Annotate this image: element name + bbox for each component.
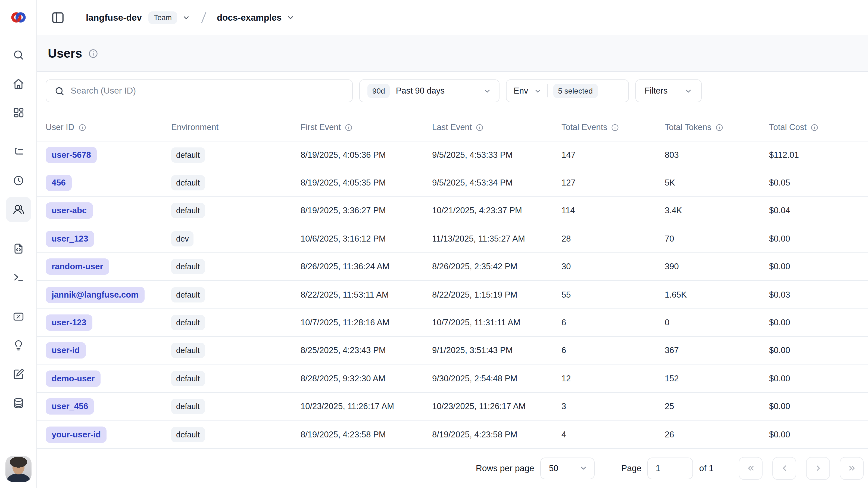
chevrons-right-icon (847, 464, 856, 473)
first-page-button[interactable] (739, 457, 763, 480)
user-avatar[interactable] (5, 456, 31, 482)
sidebar-item-sessions[interactable] (6, 168, 31, 193)
user-id-link[interactable]: demo-user (45, 371, 101, 387)
first-event-cell: 8/19/2025, 4:05:36 PM (292, 141, 424, 169)
info-icon[interactable] (715, 124, 723, 132)
chevron-down-icon (684, 87, 692, 95)
next-page-button[interactable] (806, 457, 830, 480)
rows-per-page-select[interactable]: 50 (540, 458, 595, 479)
first-event-cell: 8/19/2025, 4:05:35 PM (292, 169, 424, 197)
column-header-total-cost[interactable]: Total Cost (761, 114, 868, 141)
total-cost-cell: $0.03 (761, 281, 868, 309)
column-header-total-tokens[interactable]: Total Tokens (656, 114, 761, 141)
page-header: Users (37, 35, 868, 72)
project-switcher-button[interactable] (286, 13, 294, 22)
org-name[interactable]: langfuse-dev (86, 12, 142, 23)
user-id-link[interactable]: user-id (45, 342, 86, 359)
filters-button[interactable]: Filters (636, 80, 702, 102)
search-input[interactable] (71, 86, 352, 96)
scores-percent-icon (12, 311, 24, 323)
first-event-cell: 8/22/2025, 11:53:11 AM (292, 281, 424, 309)
chevron-down-icon (579, 464, 588, 472)
total-events-cell: 12 (553, 365, 656, 393)
search-icon (12, 49, 24, 61)
langfuse-logo[interactable] (0, 0, 36, 35)
total-events-cell: 114 (553, 197, 656, 225)
total-tokens-cell: 0 (656, 309, 761, 337)
org-switcher-button[interactable] (182, 13, 190, 22)
total-events-cell: 127 (553, 169, 656, 197)
environment-badge: default (171, 203, 205, 219)
users-page: langfuse-dev Team docs-examples Users (0, 0, 868, 488)
sidebar-item-prompts[interactable] (6, 236, 31, 261)
column-header-total-events[interactable]: Total Events (553, 114, 656, 141)
last-page-button[interactable] (840, 457, 864, 480)
total-cost-cell: $112.01 (761, 141, 868, 169)
first-event-cell: 8/19/2025, 3:36:27 PM (292, 197, 424, 225)
environment-badge: default (171, 259, 205, 275)
user-id-link[interactable]: user-123 (45, 314, 92, 331)
sidebar-item-annotation[interactable] (6, 362, 31, 387)
table-row: random-user default 8/26/2025, 11:36:24 … (37, 253, 868, 281)
total-events-cell: 30 (553, 253, 656, 281)
page-label: Page (621, 463, 642, 473)
sidebar-item-tracing[interactable] (6, 139, 31, 164)
environment-badge: default (171, 287, 205, 302)
total-events-cell: 6 (553, 337, 656, 365)
traces-tree-icon (12, 146, 24, 158)
column-header-user-id[interactable]: User ID (37, 114, 162, 141)
sidebar-item-search[interactable] (6, 42, 31, 67)
table-row: demo-user default 8/28/2025, 9:32:30 AM … (37, 365, 868, 393)
table-row: jannik@langfuse.com default 8/22/2025, 1… (37, 281, 868, 309)
last-event-cell: 11/13/2025, 11:35:27 AM (424, 225, 553, 253)
chevron-right-icon (813, 464, 823, 473)
user-id-link[interactable]: random-user (45, 259, 109, 275)
total-events-cell: 55 (553, 281, 656, 309)
total-cost-cell: $0.00 (761, 393, 868, 421)
info-icon[interactable] (78, 124, 86, 132)
sidebar-item-evaluation[interactable] (6, 333, 31, 358)
sidebar-item-playground[interactable] (6, 265, 31, 290)
sidebar-item-dashboards[interactable] (6, 100, 31, 125)
previous-page-button[interactable] (772, 457, 796, 480)
total-tokens-cell: 26 (656, 421, 761, 449)
last-event-cell: 9/30/2025, 2:54:48 PM (424, 365, 553, 393)
column-header-last-event[interactable]: Last Event (424, 114, 553, 141)
project-name[interactable]: docs-examples (217, 12, 282, 23)
sidebar-item-users[interactable] (6, 197, 31, 222)
sidebar-toggle-button[interactable] (50, 9, 66, 26)
column-header-environment[interactable]: Environment (162, 114, 292, 141)
date-range-select[interactable]: 90d Past 90 days (359, 80, 499, 102)
info-icon[interactable] (476, 124, 484, 132)
environment-select[interactable]: Env 5 selected (506, 80, 629, 102)
total-tokens-cell: 25 (656, 393, 761, 421)
info-icon[interactable] (611, 124, 619, 132)
info-icon[interactable] (345, 124, 353, 132)
sidebar-item-home[interactable] (6, 71, 31, 96)
user-id-link[interactable]: user-5678 (45, 147, 97, 163)
total-cost-cell: $0.00 (761, 309, 868, 337)
page-input[interactable] (648, 458, 693, 479)
dashboard-icon (12, 107, 24, 119)
table-row: user-abc default 8/19/2025, 3:36:27 PM 1… (37, 197, 868, 225)
filters-label: Filters (645, 86, 668, 96)
page-count-label: of 1 (699, 463, 714, 473)
user-id-link[interactable]: user-abc (45, 203, 93, 219)
info-icon[interactable] (810, 124, 818, 132)
last-event-cell: 8/26/2025, 2:35:42 PM (424, 253, 553, 281)
datasets-database-icon (12, 397, 24, 409)
page-title-info-icon[interactable] (88, 48, 98, 58)
user-id-link[interactable]: 456 (45, 175, 72, 191)
user-id-link[interactable]: jannik@langfuse.com (45, 286, 145, 303)
last-event-cell: 9/5/2025, 4:53:34 PM (424, 169, 553, 197)
playground-terminal-icon (12, 271, 24, 283)
user-id-link[interactable]: your-user-id (45, 426, 107, 442)
user-id-link[interactable]: user_456 (45, 398, 94, 414)
user-id-link[interactable]: user_123 (45, 231, 94, 247)
total-tokens-cell: 3.4K (656, 197, 761, 225)
column-header-first-event[interactable]: First Event (292, 114, 424, 141)
chevron-down-icon (286, 13, 294, 22)
sidebar-item-scores[interactable] (6, 304, 31, 329)
sidebar-item-datasets[interactable] (6, 391, 31, 415)
rows-per-page-label: Rows per page (476, 463, 534, 473)
